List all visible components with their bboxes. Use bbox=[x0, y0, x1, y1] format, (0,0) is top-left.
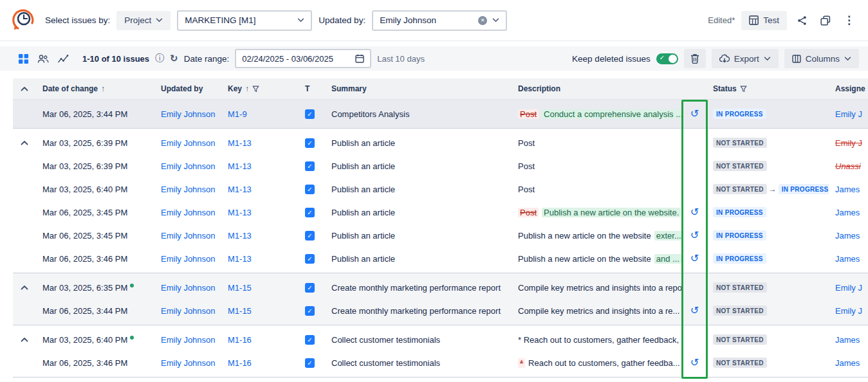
updated-by-link[interactable]: Emily Johnson bbox=[161, 306, 216, 316]
table-row[interactable]: Mar 03, 2025, 6:40 PM Emily Johnson M1-1… bbox=[13, 177, 868, 201]
calendar-icon bbox=[355, 54, 364, 63]
issue-key-link[interactable]: M1-16 bbox=[228, 335, 252, 345]
description-segment: * bbox=[518, 358, 525, 368]
info-icon[interactable]: ⓘ bbox=[155, 53, 164, 64]
restore-button[interactable]: ↺ bbox=[690, 358, 699, 368]
change-date: Mar 03, 2025, 6:39 PM bbox=[36, 138, 154, 148]
restore-button[interactable]: ↺ bbox=[690, 109, 699, 119]
chart-view-button[interactable] bbox=[56, 53, 70, 65]
header-assignee[interactable]: Assigne bbox=[829, 84, 868, 93]
task-type-icon: ✓ bbox=[305, 306, 315, 316]
project-select[interactable]: MARKETING [M1] bbox=[177, 10, 312, 31]
updated-by-link[interactable]: Emily Johnson bbox=[161, 231, 216, 241]
assignee-link[interactable]: James bbox=[835, 208, 860, 217]
header-assignee-label: Assigne bbox=[835, 84, 865, 93]
change-date: Mar 06, 2025, 3:46 PM bbox=[36, 254, 154, 264]
select-by-dropdown[interactable]: Project bbox=[116, 11, 171, 30]
updated-by-link[interactable]: Emily Johnson bbox=[161, 283, 216, 293]
change-group: Mar 03, 2025, 6:40 PM Emily Johnson M1-1… bbox=[13, 325, 868, 377]
description-cell: * Reach out to customers, gather feedbac… bbox=[512, 335, 683, 345]
delete-button[interactable] bbox=[684, 49, 706, 68]
filter-icon[interactable] bbox=[740, 86, 747, 93]
more-menu-button[interactable]: ⋮ bbox=[840, 12, 858, 29]
issue-key-link[interactable]: M1-16 bbox=[228, 358, 252, 368]
assignee-link[interactable]: James bbox=[835, 358, 860, 368]
updated-by-link[interactable]: Emily Johnson bbox=[161, 254, 216, 264]
table-row[interactable]: Mar 03, 2025, 6:39 PM Emily Johnson M1-1… bbox=[13, 154, 868, 177]
restore-button[interactable]: ↺ bbox=[690, 207, 699, 217]
assignee-link[interactable]: Emily J bbox=[835, 138, 862, 148]
sort-asc-icon[interactable]: ↑ bbox=[101, 84, 105, 93]
group-collapse-toggle[interactable] bbox=[13, 285, 36, 290]
updated-by-link[interactable]: Emily Johnson bbox=[161, 109, 216, 119]
refresh-button[interactable]: ↻ bbox=[170, 53, 178, 64]
test-view-button[interactable]: Test bbox=[741, 11, 787, 30]
restore-button[interactable]: ↺ bbox=[690, 305, 699, 316]
header-status[interactable]: Status bbox=[706, 84, 829, 93]
export-button[interactable]: Export bbox=[712, 49, 779, 68]
issue-key-link[interactable]: M1-13 bbox=[228, 138, 252, 148]
assignee-link[interactable]: James bbox=[835, 335, 860, 345]
change-date: Mar 03, 2025, 6:35 PM bbox=[36, 283, 154, 293]
status-cell: IN PROGRESS bbox=[706, 253, 829, 264]
copy-view-button[interactable] bbox=[817, 12, 834, 29]
assignee-link[interactable]: James bbox=[835, 185, 860, 194]
collapse-all-button[interactable] bbox=[13, 86, 36, 91]
share-button[interactable] bbox=[793, 12, 811, 29]
issue-key-link[interactable]: M1-15 bbox=[228, 283, 252, 293]
issue-summary: Collect customer testimonials bbox=[325, 335, 512, 345]
updated-by-link[interactable]: Emily Johnson bbox=[161, 208, 216, 217]
task-type-icon: ✓ bbox=[305, 335, 315, 345]
table-header: Date of change ↑ Updated by Key ↑ T Summ… bbox=[13, 78, 868, 100]
issue-key-link[interactable]: M1-13 bbox=[228, 161, 252, 171]
issue-key-link[interactable]: M1-13 bbox=[228, 185, 252, 194]
updated-by-link[interactable]: Emily Johnson bbox=[161, 358, 216, 368]
updated-by-link[interactable]: Emily Johnson bbox=[161, 185, 216, 194]
assignee-link[interactable]: Emily J bbox=[835, 109, 862, 119]
updated-by-select[interactable]: Emily Johnson ✕ bbox=[372, 10, 507, 31]
updated-by-link[interactable]: Emily Johnson bbox=[161, 161, 216, 171]
assignee-link[interactable]: James bbox=[835, 254, 860, 264]
table-row[interactable]: Mar 06, 2025, 3:44 PM Emily Johnson M1-9… bbox=[13, 102, 868, 125]
issue-summary: Publish an article bbox=[325, 231, 512, 241]
assignee-link[interactable]: James bbox=[835, 231, 860, 241]
status-cell: NOT STARTED bbox=[706, 282, 829, 293]
filter-icon[interactable] bbox=[252, 86, 259, 93]
header-description[interactable]: Description bbox=[512, 84, 683, 93]
clear-selection-icon[interactable]: ✕ bbox=[478, 16, 487, 25]
users-view-button[interactable] bbox=[36, 53, 50, 65]
updated-by-link[interactable]: Emily Johnson bbox=[161, 138, 216, 148]
restore-cell: ↺ bbox=[683, 358, 706, 368]
header-type[interactable]: T bbox=[299, 84, 325, 93]
updated-by-link[interactable]: Emily Johnson bbox=[161, 335, 216, 345]
header-date-of-change[interactable]: Date of change ↑ bbox=[36, 84, 154, 93]
sort-asc-icon[interactable]: ↑ bbox=[245, 84, 249, 93]
header-summary[interactable]: Summary bbox=[325, 84, 512, 93]
header-updated-by[interactable]: Updated by bbox=[154, 84, 221, 93]
table-row[interactable]: Mar 03, 2025, 6:39 PM Emily Johnson M1-1… bbox=[13, 131, 868, 154]
assignee-link[interactable]: Unassi bbox=[835, 161, 861, 171]
table-row[interactable]: Mar 06, 2025, 3:45 PM Emily Johnson M1-1… bbox=[13, 201, 868, 224]
table-row[interactable]: Mar 06, 2025, 3:44 PM Emily Johnson M1-1… bbox=[13, 299, 868, 322]
restore-button[interactable]: ↺ bbox=[690, 230, 699, 241]
date-range-input[interactable]: 02/24/2025 - 03/06/2025 bbox=[235, 49, 371, 68]
table-row[interactable]: Mar 06, 2025, 3:46 PM Emily Johnson M1-1… bbox=[13, 351, 868, 374]
grid-view-button[interactable] bbox=[17, 52, 30, 66]
issue-key-link[interactable]: M1-13 bbox=[228, 208, 252, 217]
keep-deleted-toggle[interactable]: ✓ bbox=[656, 53, 678, 64]
assignee-link[interactable]: Emily J bbox=[835, 306, 862, 316]
issue-key-link[interactable]: M1-13 bbox=[228, 231, 252, 241]
group-collapse-toggle[interactable] bbox=[13, 337, 36, 342]
table-row[interactable]: Mar 03, 2025, 6:35 PM Emily Johnson M1-1… bbox=[13, 276, 868, 299]
issue-key-link[interactable]: M1-9 bbox=[228, 109, 247, 119]
group-collapse-toggle[interactable] bbox=[13, 140, 36, 145]
restore-button[interactable]: ↺ bbox=[690, 253, 699, 264]
table-row[interactable]: Mar 03, 2025, 6:40 PM Emily Johnson M1-1… bbox=[13, 328, 868, 351]
header-key[interactable]: Key ↑ bbox=[221, 84, 299, 93]
assignee-link[interactable]: Emily J bbox=[835, 283, 862, 293]
table-row[interactable]: Mar 06, 2025, 3:46 PM Emily Johnson M1-1… bbox=[13, 247, 868, 270]
issue-key-link[interactable]: M1-15 bbox=[228, 306, 252, 316]
columns-button[interactable]: Columns bbox=[784, 49, 859, 68]
table-row[interactable]: Mar 06, 2025, 3:45 PM Emily Johnson M1-1… bbox=[13, 224, 868, 247]
issue-key-link[interactable]: M1-13 bbox=[228, 254, 252, 264]
